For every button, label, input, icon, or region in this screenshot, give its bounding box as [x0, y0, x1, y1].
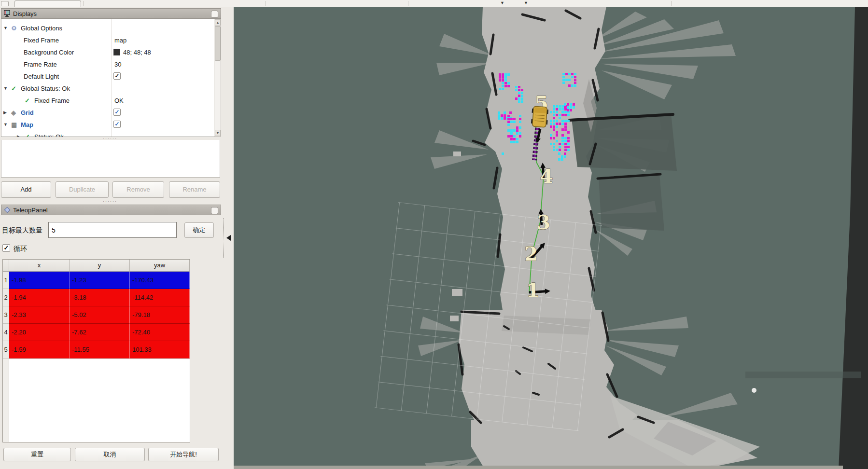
row-header-5[interactable]: 5 [3, 341, 9, 359]
tree-row-label: Grid [21, 107, 34, 119]
tree-row-value[interactable]: 48; 48; 48 [123, 46, 151, 58]
tree-row-global-options[interactable]: ▼⚙Global Options [1, 22, 213, 34]
add-button[interactable]: Add [1, 181, 51, 198]
horizontal-splitter[interactable]: ······ [0, 200, 220, 203]
scroll-down-icon[interactable]: ▼ [215, 130, 221, 136]
teleop-panel-header[interactable]: TeleopPanel [1, 205, 221, 215]
toolbar-fragment-icon [1, 1, 9, 6]
tree-row-global-status[interactable]: ▼✓Global Status: Ok [1, 83, 213, 95]
chevron-down-icon[interactable]: ▼ [524, 0, 528, 6]
toolbar-separator [266, 1, 266, 6]
chevron-down-icon[interactable]: ▼ [500, 0, 504, 6]
goal-2-y[interactable]: -3.18 [70, 289, 130, 306]
tree-row-value[interactable]: map [114, 34, 126, 46]
map-streak [745, 372, 861, 378]
toolbar-tab-fragment[interactable] [14, 0, 81, 7]
top-toolbar-strip: ▼ ▼ [0, 0, 868, 7]
tree-row-value[interactable]: OK [114, 95, 124, 107]
goal-1-y[interactable]: -1.23 [70, 272, 130, 289]
tree-row-fixed-frame[interactable]: Fixed Framemap [1, 34, 213, 46]
duplicate-button[interactable]: Duplicate [56, 181, 109, 198]
row-header-1[interactable]: 1 [3, 272, 9, 289]
goal-3-yaw[interactable]: -79.18 [130, 306, 190, 324]
vertical-splitter[interactable] [223, 218, 224, 258]
tree-row-map[interactable]: ▼▦Map✓ [1, 119, 213, 131]
tree-row-label: Frame Rate [24, 58, 57, 70]
tree-row-default-light[interactable]: Default Light✓ [1, 70, 213, 83]
collapse-icon[interactable]: ▼ [3, 83, 8, 95]
rviz-3d-view[interactable]: 12345 [234, 7, 868, 469]
loop-checkbox[interactable]: ✓ [2, 244, 10, 252]
collapse-icon[interactable]: ▼ [3, 22, 8, 34]
displays-property-tree[interactable]: ▼⚙Global OptionsFixed FramemapBackground… [1, 19, 221, 137]
waypoint-4: 4 [540, 163, 553, 187]
column-header-x[interactable]: x [9, 260, 70, 272]
waypoint-label-1: 1 [526, 278, 540, 301]
goal-2-yaw[interactable]: -114.42 [130, 289, 190, 306]
goal-table[interactable]: xyyaw1-1.98-1.23-170.432-1.94-3.18-114.4… [2, 259, 190, 442]
tree-row-fixed-frame-status[interactable]: ✓Fixed FrameOK [1, 95, 213, 107]
rviz-window: ▼ ▼ Displays ▼⚙Global OptionsFixed Frame… [0, 0, 868, 469]
row-header-4[interactable]: 4 [3, 324, 9, 341]
row-header-2[interactable]: 2 [3, 289, 9, 306]
enabled-checkbox[interactable]: ✓ [113, 109, 121, 116]
tree-row-value[interactable]: 30 [114, 58, 121, 70]
tree-row-background-color[interactable]: Background Color48; 48; 48 [1, 46, 213, 58]
goal-5-yaw[interactable]: 101.33 [130, 341, 190, 359]
goal-4-y[interactable]: -7.62 [70, 324, 130, 341]
goal-3-x[interactable]: -2.33 [9, 306, 70, 324]
viewport-bottom-strip [234, 466, 843, 469]
check-icon: ✓ [25, 95, 30, 107]
goal-4-yaw[interactable]: -72.40 [130, 324, 190, 341]
collapse-panel-icon[interactable] [226, 235, 231, 241]
column-header-y[interactable]: y [70, 260, 130, 272]
tree-row-grid[interactable]: ▶◈Grid✓ [1, 107, 213, 119]
tree-row-label: Status: Ok [34, 131, 64, 138]
map-icon: ▦ [11, 119, 17, 131]
loop-label: 循环 [14, 245, 27, 253]
goal-3-y[interactable]: -5.02 [70, 306, 130, 324]
max-goals-input[interactable] [48, 222, 177, 238]
toolbar-separator [408, 1, 408, 6]
horizontal-splitter[interactable]: ······ [0, 137, 220, 140]
tree-row-frame-rate[interactable]: Frame Rate30 [1, 58, 213, 70]
panel-float-button[interactable] [211, 11, 218, 18]
table-gutter-empty [3, 359, 9, 442]
expand-icon[interactable]: ▶ [3, 107, 7, 119]
displays-panel-empty-area [1, 140, 220, 178]
remove-button[interactable]: Remove [112, 181, 164, 198]
confirm-button[interactable]: 确定 [184, 222, 214, 238]
cancel-button[interactable]: 取消 [75, 448, 145, 461]
goal-5-y[interactable]: -11.55 [70, 341, 130, 359]
tree-row-label: Global Status: Ok [21, 83, 70, 95]
robot-marker [531, 106, 549, 127]
enabled-checkbox[interactable]: ✓ [113, 121, 121, 128]
displays-panel-title: Displays [13, 9, 37, 19]
goal-2-x[interactable]: -1.94 [9, 289, 70, 306]
waypoint-label-3: 3 [537, 211, 550, 234]
tree-row-label: Fixed Frame [24, 34, 59, 46]
tree-row-label: Default Light [24, 70, 59, 83]
max-goals-label: 目标最大数量 [2, 226, 42, 235]
tree-scrollbar[interactable]: ▲ ▼ [214, 19, 221, 137]
enabled-checkbox[interactable]: ✓ [113, 72, 121, 80]
reset-button[interactable]: 重置 [3, 448, 71, 461]
goal-1-x[interactable]: -1.98 [9, 272, 70, 289]
row-header-3[interactable]: 3 [3, 306, 9, 324]
waypoint-label-4: 4 [540, 165, 553, 187]
color-swatch[interactable] [113, 49, 120, 55]
expand-icon[interactable]: ▶ [17, 131, 20, 138]
start-navigation-button[interactable]: 开始导航! [148, 448, 219, 461]
goal-5-x[interactable]: -1.59 [9, 341, 70, 359]
scrollbar-thumb[interactable] [215, 26, 221, 61]
column-header-yaw[interactable]: yaw [130, 260, 190, 272]
table-corner-cell [3, 260, 9, 272]
panel-float-button[interactable] [211, 207, 218, 214]
collapse-icon[interactable]: ▼ [3, 119, 8, 131]
goal-1-yaw[interactable]: -170.43 [130, 272, 190, 289]
rename-button[interactable]: Rename [169, 181, 220, 198]
displays-panel-header[interactable]: Displays [1, 8, 221, 19]
goal-4-x[interactable]: -2.20 [9, 324, 70, 341]
scroll-up-icon[interactable]: ▲ [215, 19, 221, 26]
map-fragment [752, 388, 756, 393]
